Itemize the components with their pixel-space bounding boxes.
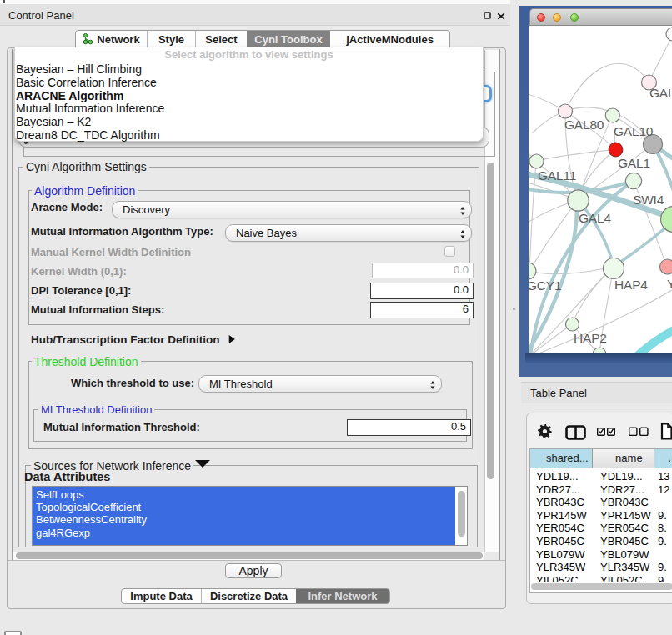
- svg-text:HAP2: HAP2: [574, 331, 607, 345]
- svg-text:GAL1: GAL1: [618, 156, 650, 170]
- svg-text:GAL11: GAL11: [538, 168, 576, 182]
- svg-text:GAL4: GAL4: [579, 211, 611, 225]
- svg-text:Y: Y: [667, 277, 672, 291]
- svg-text:HAP4: HAP4: [614, 278, 648, 292]
- svg-text:GAL80: GAL80: [564, 118, 604, 132]
- svg-text:GCY1: GCY1: [529, 278, 561, 292]
- svg-text:GAL: GAL: [649, 86, 672, 100]
- svg-text:GAL10: GAL10: [614, 124, 654, 138]
- svg-text:SWI4: SWI4: [633, 192, 664, 207]
